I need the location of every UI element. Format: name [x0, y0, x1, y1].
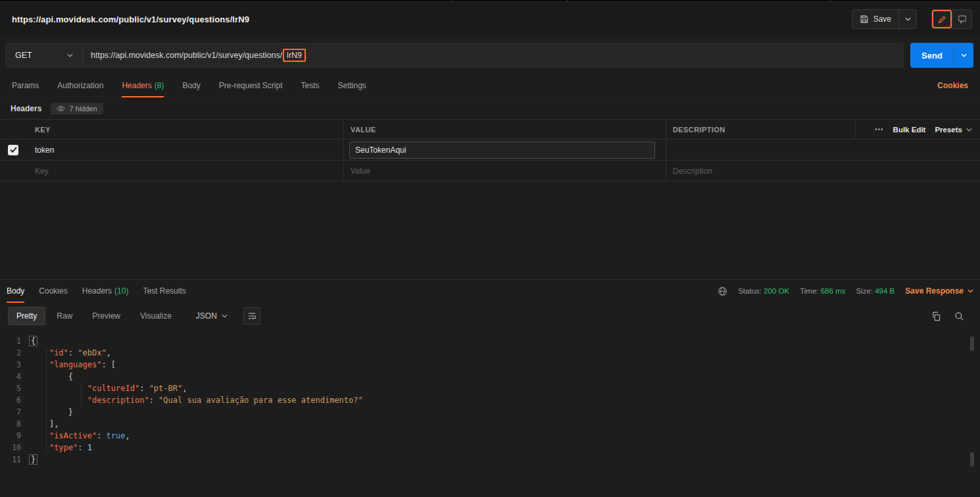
eye-icon — [57, 105, 65, 112]
headers-table: KEY VALUE DESCRIPTION ••• Bulk Edit Pres… — [0, 119, 980, 182]
edit-button[interactable] — [932, 10, 952, 28]
tab-label: Test Results — [143, 286, 185, 296]
tab-params[interactable]: Params — [12, 74, 39, 97]
tab-label: Headers — [122, 81, 151, 90]
description-placeholder[interactable]: Description — [673, 167, 712, 176]
indent-guide — [81, 382, 82, 406]
tab-label: Cookies — [39, 286, 67, 296]
headers-section-title: Headers — [11, 104, 41, 113]
save-options-button[interactable] — [899, 10, 916, 28]
search-button[interactable] — [954, 311, 964, 321]
code-viewer: 1{2 "id": "ebDx",3 "languages": [4 {5 "c… — [0, 330, 980, 497]
header-actions: Save — [852, 9, 972, 29]
hidden-headers-badge[interactable]: 7 hidden — [51, 103, 103, 115]
code-content: "languages": [ — [30, 359, 116, 371]
tab-authorization[interactable]: Authorization — [57, 74, 103, 97]
view-tab-pretty[interactable]: Pretty — [8, 307, 45, 325]
code-line: 9 "isActive": true, — [0, 430, 980, 442]
size-value: 494 B — [875, 287, 894, 295]
value-placeholder[interactable]: Value — [351, 167, 370, 176]
presets-button[interactable]: Presets — [935, 126, 972, 134]
copy-button[interactable] — [931, 311, 941, 321]
tab-label: Authorization — [57, 81, 103, 90]
code-line: 8 ], — [0, 418, 980, 430]
scrollbar-thumb[interactable] — [970, 336, 974, 351]
key-placeholder[interactable]: Key — [35, 167, 49, 176]
code-content: ], — [30, 418, 59, 430]
chevron-down-icon — [961, 53, 967, 57]
code-line: 5 "cultureId": "pt-BR", — [0, 382, 980, 394]
placeholder-row: Key Value Description — [0, 161, 980, 182]
table-controls: ••• Bulk Edit Presets — [855, 120, 980, 139]
line-number: 4 — [0, 371, 30, 382]
empty-area — [0, 182, 980, 279]
tab-body[interactable]: Body — [182, 74, 200, 97]
view-tab-raw[interactable]: Raw — [48, 307, 81, 325]
time-value: 686 ms — [821, 287, 846, 295]
line-number: 5 — [0, 382, 30, 394]
network-icon[interactable] — [718, 286, 727, 296]
chevron-down-icon — [67, 53, 73, 57]
save-response-button[interactable]: Save Response — [905, 286, 973, 296]
save-button[interactable]: Save — [852, 10, 898, 28]
tab-label: Params — [12, 81, 39, 90]
code-content: } — [30, 406, 73, 418]
chevron-down-icon — [905, 17, 911, 21]
view-tabs-list: PrettyRawPreviewVisualize — [8, 307, 180, 325]
view-tab-visualize[interactable]: Visualize — [132, 307, 180, 325]
code-line: 7 } — [0, 406, 980, 418]
headers-table-header: KEY VALUE DESCRIPTION ••• Bulk Edit Pres… — [0, 120, 980, 140]
tab-settings[interactable]: Settings — [338, 74, 366, 97]
method-label: GET — [15, 51, 32, 60]
app-tab-divider — [453, 0, 453, 2]
pencil-icon — [938, 15, 946, 24]
header-key[interactable]: token — [35, 145, 54, 155]
headers-meta-row: Headers 7 hidden — [0, 97, 980, 119]
send-button[interactable]: Send — [910, 43, 954, 68]
line-number: 8 — [0, 418, 30, 430]
postman-app: https://api.movidesk.com/public/v1/surve… — [0, 0, 980, 497]
code-content: "description": "Qual sua avaliação para … — [30, 394, 363, 406]
panel-toggle-group — [931, 9, 972, 29]
tab-body[interactable]: Body — [7, 280, 24, 302]
header-value-input[interactable]: SeuTokenAqui — [349, 142, 655, 159]
tab-test-results[interactable]: Test Results — [143, 280, 185, 302]
view-tab-preview[interactable]: Preview — [84, 307, 129, 325]
tab-cookies[interactable]: Cookies — [39, 280, 67, 302]
wrap-text-icon — [247, 312, 257, 320]
cookies-link[interactable]: Cookies — [937, 81, 968, 90]
send-options-button[interactable] — [954, 43, 973, 68]
more-options-button[interactable]: ••• — [875, 126, 884, 133]
row-checkbox[interactable] — [8, 145, 18, 155]
description-column-header: DESCRIPTION — [673, 126, 725, 134]
app-tab-divider — [830, 0, 831, 2]
scrollbar-thumb[interactable] — [970, 452, 974, 467]
format-select[interactable]: JSON — [189, 307, 234, 325]
time-label: Time: — [800, 287, 818, 295]
comments-button[interactable] — [952, 10, 971, 28]
code-line: 2 "id": "ebDx", — [0, 347, 980, 359]
method-select[interactable]: GET — [6, 43, 82, 67]
header-description[interactable] — [666, 140, 980, 160]
line-number: 9 — [0, 430, 30, 442]
code-content: { — [30, 335, 37, 347]
presets-label: Presets — [935, 126, 962, 134]
chevron-down-icon — [222, 314, 228, 318]
request-title: https://api.movidesk.com/public/v1/surve… — [12, 14, 249, 24]
code-content: "cultureId": "pt-BR", — [30, 382, 187, 394]
request-builder-row: GET https://api.movidesk.com/public/v1/s… — [0, 36, 980, 74]
bulk-edit-button[interactable]: Bulk Edit — [893, 126, 926, 134]
line-number: 6 — [0, 394, 30, 406]
tab-count: (8) — [155, 81, 164, 90]
code-line: 1{ — [0, 335, 980, 347]
wrap-text-button[interactable] — [243, 307, 260, 325]
url-input[interactable]: https://api.movidesk.com/public/v1/surve… — [83, 43, 903, 67]
tab-pre-request-script[interactable]: Pre-request Script — [219, 74, 283, 97]
tab-headers[interactable]: Headers(10) — [82, 280, 129, 302]
request-tabs-list: ParamsAuthorizationHeaders(8)BodyPre-req… — [12, 74, 385, 97]
tab-headers[interactable]: Headers(8) — [122, 74, 164, 97]
tab-tests[interactable]: Tests — [301, 74, 319, 97]
code-lines: 1{2 "id": "ebDx",3 "languages": [4 {5 "c… — [0, 335, 980, 465]
status-badge: Status: 200 OK — [738, 287, 789, 295]
line-number: 3 — [0, 359, 30, 371]
